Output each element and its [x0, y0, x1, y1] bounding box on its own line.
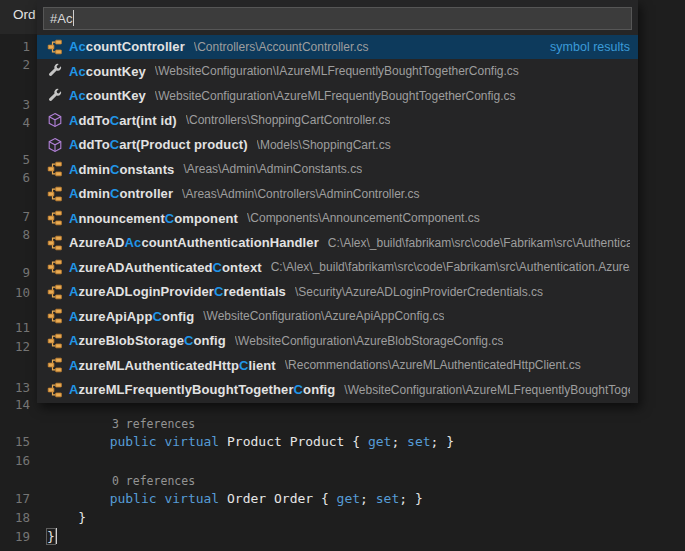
wrench-icon — [47, 88, 63, 104]
quick-open-input[interactable]: #Ac — [43, 7, 632, 30]
symbol-result-row[interactable]: AccountController\Controllers\AccountCon… — [37, 35, 638, 60]
line-number: 15 — [0, 432, 30, 451]
code-line: } — [47, 508, 86, 527]
symbol-name: AzureADAccountAuthenticationHandler — [69, 235, 319, 250]
symbol-result-row[interactable]: AzureBlobStorageConfig\WebsiteConfigurat… — [37, 329, 638, 354]
symbol-path: \WebsiteConfiguration\AzureMLFrequentlyB… — [155, 89, 516, 103]
quick-open-panel: #Ac AccountController\Controllers\Accoun… — [37, 0, 638, 403]
code-line: } — [47, 527, 57, 546]
symbol-result-row[interactable]: AdminConstants\Areas\Admin\AdminConstant… — [37, 157, 638, 182]
symbol-name: AzureADLoginProviderCredentials — [69, 284, 286, 299]
symbol-result-row[interactable]: AzureMLAuthenticatedHttpClient\Recommend… — [37, 353, 638, 378]
line-number: 18 — [0, 508, 30, 527]
line-number: 9 — [0, 263, 30, 282]
symbol-path: \Recommendations\AzureMLAuthenticatedHtt… — [285, 358, 581, 372]
class-icon — [47, 357, 63, 373]
symbol-results-list: AccountController\Controllers\AccountCon… — [37, 35, 638, 403]
symbol-name: AdminController — [69, 186, 173, 201]
bracket-match: } — [47, 529, 55, 544]
symbol-path: \Models\ShoppingCart.cs — [257, 138, 391, 152]
symbol-name: AddToCart(int id) — [69, 113, 177, 128]
symbol-path: \WebsiteConfiguration\AzureApiAppConfig.… — [203, 309, 444, 323]
line-number: 8 — [0, 225, 30, 244]
codelens-references: 3 references — [112, 416, 195, 433]
symbol-path: \Components\AnnouncementComponent.cs — [247, 211, 480, 225]
results-type-badge: symbol results — [540, 40, 630, 54]
symbol-path: \Security\AzureADLoginProviderCredential… — [295, 285, 543, 299]
line-number: 19 — [0, 527, 30, 546]
line-number: 4 — [0, 113, 30, 132]
line-number: 14 — [0, 395, 30, 414]
symbol-path: \WebsiteConfiguration\AzureMLFrequentlyB… — [344, 383, 630, 397]
symbol-result-row[interactable]: AccountKey\WebsiteConfiguration\AzureMLF… — [37, 84, 638, 109]
line-number: 7 — [0, 207, 30, 226]
symbol-name: AzureApiAppConfig — [69, 309, 194, 324]
line-number: 3 — [0, 95, 30, 114]
class-icon — [47, 235, 63, 251]
symbol-result-row[interactable]: AzureApiAppConfig\WebsiteConfiguration\A… — [37, 304, 638, 329]
symbol-path: \WebsiteConfiguration\IAzureMLFrequently… — [155, 64, 519, 78]
symbol-name: AdminConstants — [69, 162, 174, 177]
class-icon — [47, 39, 63, 55]
symbol-path: \WebsiteConfiguration\AzureBlobStorageCo… — [235, 334, 504, 348]
class-icon — [47, 259, 63, 275]
symbol-path: \Controllers\ShoppingCartController.cs — [186, 113, 391, 127]
class-icon — [47, 382, 63, 398]
line-number: 17 — [0, 489, 30, 508]
input-cursor — [73, 10, 74, 26]
class-icon — [47, 308, 63, 324]
symbol-path: C:\Alex\_build\fabrikam\src\code\Fabrika… — [328, 236, 630, 250]
symbol-result-row[interactable]: AzureADLoginProviderCredentials\Security… — [37, 280, 638, 305]
line-number: 16 — [0, 451, 30, 470]
line-number: 10 — [0, 283, 30, 302]
line-number: 12 — [0, 337, 30, 356]
code-line: public virtual Order Order { get; set; } — [47, 489, 423, 508]
method-icon — [47, 137, 63, 153]
class-icon — [47, 186, 63, 202]
wrench-icon — [47, 63, 63, 79]
class-icon — [47, 333, 63, 349]
line-number: 6 — [0, 168, 30, 187]
symbol-name: AzureMLFrequentlyBoughtTogetherConfig — [69, 382, 335, 397]
query-text: #Ac — [50, 11, 72, 26]
class-icon — [47, 284, 63, 300]
symbol-result-row[interactable]: AddToCart(Product product)\Models\Shoppi… — [37, 133, 638, 158]
text-cursor — [56, 528, 57, 544]
symbol-name: AzureADAuthenticatedContext — [69, 260, 262, 275]
symbol-result-row[interactable]: AzureMLFrequentlyBoughtTogetherConfig\We… — [37, 378, 638, 403]
symbol-name: AzureBlobStorageConfig — [69, 333, 226, 348]
symbol-result-row[interactable]: AddToCart(int id)\Controllers\ShoppingCa… — [37, 108, 638, 133]
method-icon — [47, 112, 63, 128]
line-number: 11 — [0, 318, 30, 337]
codelens-references: 0 references — [112, 473, 195, 490]
symbol-path: \Areas\Admin\AdminConstants.cs — [183, 162, 362, 176]
editor-gutter: 12345678910111213141516171819 — [0, 0, 30, 551]
symbol-result-row[interactable]: AzureADAccountAuthenticationHandlerC:\Al… — [37, 231, 638, 256]
symbol-path: \Controllers\AccountController.cs — [194, 40, 369, 54]
symbol-path: C:\Alex\_build\fabrikam\src\code\Fabrika… — [271, 260, 630, 274]
line-number: 2 — [0, 55, 30, 74]
symbol-result-row[interactable]: AdminController\Areas\Admin\Controllers\… — [37, 182, 638, 207]
class-icon — [47, 161, 63, 177]
line-number: 1 — [0, 37, 30, 56]
code-line: public virtual Product Product { get; se… — [47, 432, 454, 451]
symbol-result-row[interactable]: AccountKey\WebsiteConfiguration\IAzureML… — [37, 59, 638, 84]
symbol-name: AzureMLAuthenticatedHttpClient — [69, 358, 276, 373]
symbol-path: \Areas\Admin\Controllers\AdminController… — [182, 187, 419, 201]
symbol-result-row[interactable]: AnnouncementComponent\Components\Announc… — [37, 206, 638, 231]
symbol-result-row[interactable]: AzureADAuthenticatedContextC:\Alex\_buil… — [37, 255, 638, 280]
symbol-name: AnnouncementComponent — [69, 211, 238, 226]
line-number: 5 — [0, 150, 30, 169]
symbol-name: AccountController — [69, 39, 185, 54]
vscode-window: Ord 12345678910111213141516171819 3 refe… — [0, 0, 685, 551]
symbol-name: AccountKey — [69, 88, 146, 103]
class-icon — [47, 210, 63, 226]
symbol-name: AddToCart(Product product) — [69, 137, 248, 152]
symbol-name: AccountKey — [69, 64, 146, 79]
